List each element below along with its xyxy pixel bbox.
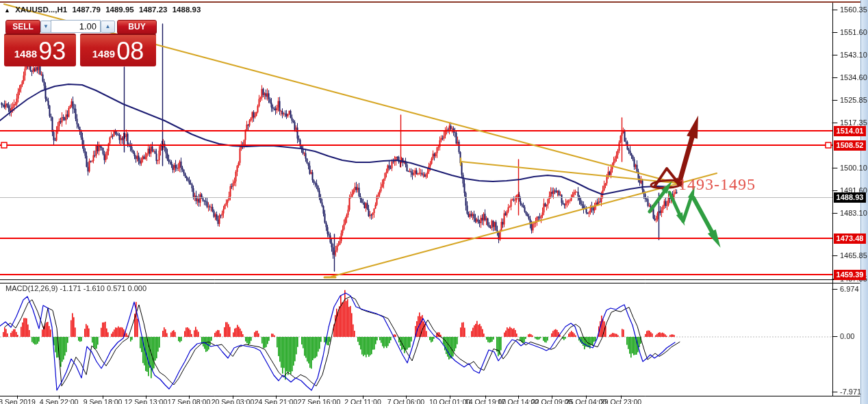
time-tick-label: 7 Oct 06:00 [387, 398, 424, 404]
macd-indicator-label: MACD(12,26,9) -1.171 -1.610 0.571 0.000 [5, 284, 146, 292]
level-price-badge: 1473.48 [834, 233, 866, 244]
macd-scale-label: 0.00 [840, 331, 868, 341]
price-tick-label: 1525.85 [840, 95, 868, 105]
volume-increase-button[interactable]: ▲ [101, 21, 115, 33]
chart-title: ▲ XAUUSD...,H1 1487.79 1489.95 1487.23 1… [4, 5, 203, 14]
macd-values: -1.171 -1.610 0.571 0.000 [60, 284, 146, 292]
symbol-timeframe-label: XAUUSD...,H1 [15, 5, 67, 14]
volume-decrease-button[interactable]: ▼ [40, 21, 51, 33]
level-price-badge: 1459.39 [834, 270, 866, 280]
time-tick-label: 3 Sep 2019 [0, 398, 36, 404]
sell-button[interactable]: SELL [5, 20, 40, 34]
sell-price-panel[interactable]: 1488 93 [4, 34, 76, 66]
macd-scale-label: 6.974 [840, 284, 868, 294]
time-tick-label: 20 Sep 03:00 [212, 398, 254, 404]
open-value: 1487.79 [72, 5, 101, 14]
collapse-panel-icon[interactable]: ▲ [4, 7, 10, 14]
time-tick-label: 17 Sep 08:00 [168, 398, 210, 404]
price-tick-label: 1551.60 [840, 27, 868, 37]
price-tick-label: 1465.85 [840, 251, 868, 260]
time-tick-label: 24 Sep 21:00 [255, 398, 297, 404]
high-value: 1489.95 [105, 5, 134, 14]
window-top-border [0, 1, 860, 3]
macd-name: MACD(12,26,9) [5, 284, 58, 292]
time-tick-label: 2 Oct 11:00 [344, 398, 381, 404]
price-tick-label: 1560.35 [840, 5, 868, 14]
close-value: 1488.93 [173, 5, 201, 14]
time-tick-label: 12 Sep 13:00 [125, 398, 167, 404]
price-tick-label: 1500.10 [840, 163, 868, 173]
price-tick-label: 1543.10 [840, 50, 868, 60]
level-price-badge: 1508.52 [834, 140, 866, 151]
volume-input[interactable] [51, 20, 101, 33]
current-price-badge: 1488.93 [834, 192, 866, 203]
time-tick-label: 27 Sep 16:00 [298, 398, 340, 404]
level-price-badge: 1514.01 [834, 126, 866, 136]
buy-price-panel[interactable]: 1489 08 [80, 34, 156, 66]
price-tick-label: 1534.60 [840, 73, 868, 82]
buy-price-big: 08 [116, 38, 144, 64]
buy-button[interactable]: BUY [117, 20, 157, 34]
price-range-annotation: 1493-1495 [678, 175, 756, 194]
macd-scale-label: -7.971 [840, 387, 868, 396]
trading-terminal-window: ▲ XAUUSD...,H1 1487.79 1489.95 1487.23 1… [0, 0, 868, 404]
buy-price-small: 1489 [92, 44, 115, 64]
sell-price-big: 93 [38, 38, 66, 64]
sell-price-small: 1488 [14, 44, 37, 64]
price-tick-label: 1483.10 [840, 208, 868, 218]
time-tick-label: 4 Sep 22:00 [40, 398, 79, 404]
time-tick-label: 29 Oct 23:00 [600, 398, 641, 404]
time-tick-label: 9 Sep 18:00 [84, 398, 123, 404]
low-value: 1487.23 [139, 5, 168, 14]
